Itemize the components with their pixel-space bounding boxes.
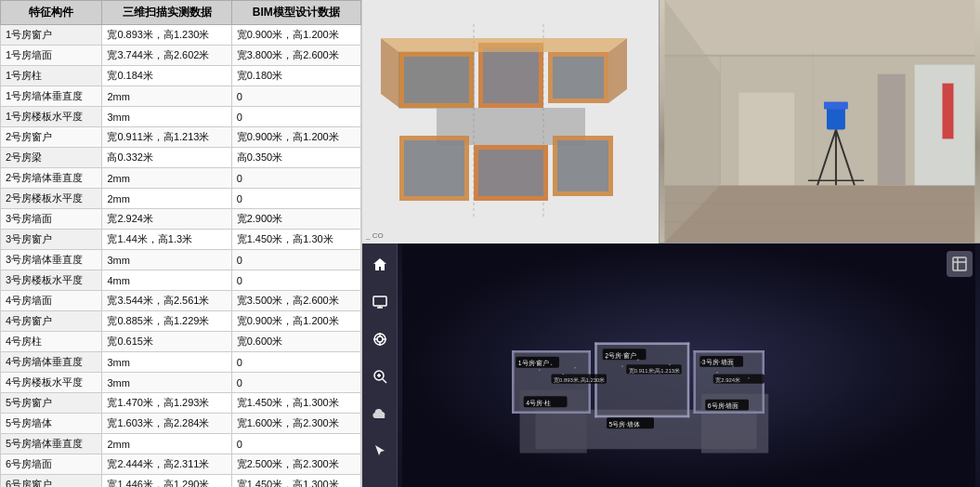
cell-feature: 4号房墙面 <box>1 291 102 311</box>
cell-feature: 3号房窗户 <box>1 230 102 250</box>
table-row: 4号房楼板水平度 3mm 0 <box>1 373 361 393</box>
cell-bim: 0 <box>231 107 360 127</box>
cell-feature: 5号房墙体垂直度 <box>1 434 102 454</box>
svg-point-103 <box>748 377 750 379</box>
table-row: 1号房楼板水平度 3mm 0 <box>1 107 361 127</box>
table-row: 2号房窗户 宽0.911米，高1.213米 宽0.900米，高1.200米 <box>1 127 361 148</box>
svg-point-93 <box>562 374 564 375</box>
svg-point-44 <box>377 336 383 342</box>
cell-feature: 2号房梁 <box>1 148 102 168</box>
svg-point-91 <box>539 369 541 371</box>
cell-feature: 1号房墙体垂直度 <box>1 86 102 107</box>
cell-bim: 宽0.180米 <box>231 66 360 86</box>
cell-bim: 宽1.450米，高1.300米 <box>231 393 360 414</box>
table-row: 6号房墙面 宽2.444米，高2.311米 宽2.500米，高2.300米 <box>1 454 361 475</box>
svg-rect-104 <box>953 257 966 270</box>
cell-feature: 5号房墙体 <box>1 414 102 434</box>
cell-bim: 宽2.500米，高2.300米 <box>231 454 360 475</box>
bim-corner-label: _ CO <box>366 231 384 240</box>
cell-bim: 宽1.450米，高1.30米 <box>231 230 360 250</box>
cell-bim: 宽1.600米，高2.300米 <box>231 414 360 434</box>
svg-text:5号房·墙体: 5号房·墙体 <box>609 421 641 428</box>
table-row: 3号房墙面 宽2.924米 宽2.900米 <box>1 209 361 230</box>
svg-rect-39 <box>738 93 794 186</box>
svg-rect-60 <box>512 350 591 353</box>
cell-bim: 0 <box>231 434 360 454</box>
cell-scan: 2mm <box>102 86 231 107</box>
svg-rect-64 <box>595 343 689 346</box>
viewer-minimap-icon[interactable] <box>947 251 973 277</box>
svg-rect-36 <box>942 84 953 139</box>
svg-point-100 <box>700 362 702 363</box>
cell-scan: 宽2.444米，高2.311米 <box>102 454 231 475</box>
cell-scan: 3mm <box>102 107 231 127</box>
svg-rect-14 <box>557 140 608 191</box>
svg-rect-24 <box>878 74 906 186</box>
cell-feature: 1号房楼板水平度 <box>1 107 102 127</box>
home-icon[interactable] <box>368 253 392 277</box>
svg-point-102 <box>732 365 734 367</box>
svg-point-101 <box>716 372 718 374</box>
svg-point-97 <box>637 359 639 361</box>
cell-scan: 宽1.603米，高2.284米 <box>102 414 231 434</box>
scanner-photo <box>660 0 980 243</box>
svg-text:1号房·窗户: 1号房·窗户 <box>518 360 550 366</box>
room-background <box>660 0 980 243</box>
svg-text:宽2.924米: 宽2.924米 <box>715 376 740 383</box>
svg-text:3号房·墙面: 3号房·墙面 <box>702 359 734 365</box>
cell-scan: 2mm <box>102 168 231 189</box>
cell-feature: 1号房窗户 <box>1 25 102 46</box>
monitor-icon[interactable] <box>368 290 392 314</box>
svg-rect-34 <box>827 107 845 130</box>
table-row: 2号房楼板水平度 2mm 0 <box>1 189 361 209</box>
cell-scan: 宽3.544米，高2.561米 <box>102 291 231 311</box>
col-header-scan: 三维扫描实测数据 <box>102 1 231 25</box>
feature-comparison-table: 特征构件 三维扫描实测数据 BIM模型设计数据 1号房窗户 宽0.893米，高1… <box>0 0 361 487</box>
cell-scan: 高0.332米 <box>102 148 231 168</box>
3d-scan-viewer: 1号房·窗户 2号房·窗户 3号房·墙面 4号房·柱 5 <box>362 244 980 487</box>
cell-scan: 宽0.885米，高1.229米 <box>102 311 231 332</box>
table-row: 3号房墙体垂直度 3mm 0 <box>1 250 361 270</box>
cell-feature: 3号房墙面 <box>1 209 102 230</box>
cell-scan: 3mm <box>102 250 231 270</box>
cell-scan: 宽0.184米 <box>102 66 231 86</box>
cell-bim: 宽0.900米，高1.200米 <box>231 127 360 148</box>
cell-feature: 1号房柱 <box>1 66 102 86</box>
svg-rect-13 <box>478 150 543 196</box>
svg-rect-67 <box>595 415 689 418</box>
cell-scan: 4mm <box>102 270 231 291</box>
cell-bim: 0 <box>231 352 360 373</box>
svg-point-96 <box>621 365 623 367</box>
svg-point-95 <box>606 358 608 360</box>
cloud-icon[interactable] <box>368 401 392 426</box>
svg-point-94 <box>574 367 576 369</box>
table-row: 3号房窗户 宽1.44米，高1.3米 宽1.450米，高1.30米 <box>1 230 361 250</box>
cell-feature: 5号房窗户 <box>1 393 102 414</box>
svg-rect-40 <box>373 296 386 306</box>
table-row: 1号房窗户 宽0.893米，高1.230米 宽0.900米，高1.200米 <box>1 25 361 46</box>
zoom-icon[interactable] <box>368 364 392 388</box>
svg-rect-35 <box>824 102 848 110</box>
cell-bim: 0 <box>231 373 360 393</box>
svg-rect-10 <box>483 47 539 103</box>
cell-bim: 宽3.800米，高2.600米 <box>231 46 360 66</box>
viewer-scene: 1号房·窗户 2号房·窗户 3号房·墙面 4号房·柱 5 <box>398 244 980 487</box>
cell-bim: 宽0.900米，高1.200米 <box>231 311 360 332</box>
cell-feature: 4号房柱 <box>1 332 102 352</box>
cell-feature: 3号房楼板水平度 <box>1 270 102 291</box>
cell-bim: 宽0.900米，高1.200米 <box>231 25 360 46</box>
svg-point-92 <box>551 363 553 365</box>
cell-scan: 3mm <box>102 352 231 373</box>
bim-model-viewer: _ CO <box>362 0 660 244</box>
svg-rect-9 <box>404 57 469 103</box>
table-row: 5号房窗户 宽1.470米，高1.293米 宽1.450米，高1.300米 <box>1 393 361 414</box>
cell-feature: 4号房楼板水平度 <box>1 373 102 393</box>
cell-feature: 2号房楼板水平度 <box>1 189 102 209</box>
svg-rect-61 <box>512 350 515 414</box>
pointer-icon[interactable] <box>368 439 392 463</box>
table-row: 4号房窗户 宽0.885米，高1.229米 宽0.900米，高1.200米 <box>1 311 361 332</box>
table-row: 3号房楼板水平度 4mm 0 <box>1 270 361 291</box>
table-row: 5号房墙体 宽1.603米，高2.284米 宽1.600米，高2.300米 <box>1 414 361 434</box>
cell-scan: 3mm <box>102 373 231 393</box>
target-icon[interactable] <box>368 327 392 351</box>
